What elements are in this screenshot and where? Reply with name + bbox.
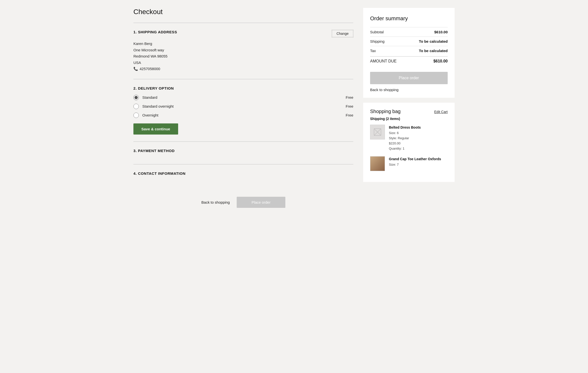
payment-section-title: 3. PAYMENT METHOD [133,149,353,153]
delivery-option-standard: Standard Free [133,95,353,100]
shipping-value: To be calculated [419,39,448,43]
tax-label: Tax [370,49,376,53]
edit-cart-link[interactable]: Edit Cart [434,110,448,114]
overnight-price: Free [346,113,353,117]
subtotal-label: Subtotal [370,30,384,34]
bag-items-label: Shipping (2 items) [370,117,448,121]
address-country: USA [133,59,353,66]
address-block: Karen Berg One Microsoft way Redmond WA … [133,40,353,72]
shopping-bag-header: Shopping bag Edit Cart [370,109,448,114]
delivery-option-standard-overnight: Standard overnight Free [133,104,353,109]
delivery-section-title: 2. DELIVERY OPTION [133,86,353,90]
page-title: Checkout [133,8,353,16]
bottom-actions: Back to shopping Place order [133,197,353,208]
overnight-label[interactable]: Overnight [142,113,342,117]
summary-row-amount-due: AMOUNT DUE $610.00 [370,56,448,66]
address-phone: 📞 4257058000 [133,66,353,72]
payment-method-section: 3. PAYMENT METHOD [133,141,353,164]
delivery-option-section: 2. DELIVERY OPTION Standard Free Standar… [133,79,353,141]
item2-name: Grand Cap Toe Leather Oxfords [389,156,441,162]
item1-image [370,125,385,139]
address-line1: One Microsoft way [133,47,353,53]
shopping-bag-title: Shopping bag [370,109,400,114]
order-summary-title: Order summary [370,15,448,22]
standard-radio[interactable] [133,95,139,100]
place-order-button-bottom[interactable]: Place order [237,197,285,208]
standard-label[interactable]: Standard [142,95,342,99]
item1-name: Belted Dress Boots [389,125,421,130]
delivery-option-overnight: Overnight Free [133,113,353,118]
standard-overnight-label[interactable]: Standard overnight [142,104,342,108]
shipping-address-section: 1. SHIPPING ADDRESS Change Karen Berg On… [133,23,353,79]
shopping-bag-card: Shopping bag Edit Cart Shipping (2 items… [363,103,455,182]
phone-icon: 📞 [133,66,138,72]
item2-details: Grand Cap Toe Leather Oxfords Size: 7 [389,156,441,167]
order-summary-card: Order summary Subtotal $610.00 Shipping … [363,8,455,98]
summary-row-tax: Tax To be calculated [370,46,448,55]
standard-price: Free [346,95,353,99]
item2-image [370,156,385,171]
item1-size: Size: 6 [389,131,421,136]
save-continue-button[interactable]: Save & continue [133,123,178,135]
address-line2: Redmond WA 98055 [133,53,353,59]
tax-value: To be calculated [419,49,448,53]
subtotal-value: $610.00 [434,30,448,34]
back-to-shopping-button-sidebar[interactable]: Back to shopping [370,88,399,92]
shipping-section-title: 1. SHIPPING ADDRESS [133,30,177,34]
item1-quantity: Quantity: 1 [389,146,421,151]
item1-style: Style: Regular [389,136,421,141]
address-name: Karen Berg [133,40,353,47]
item1-price: $220.00 [389,141,421,146]
item2-size: Size: 7 [389,162,441,167]
contact-section-title: 4. CONTACT INFORMATION [133,171,353,176]
list-item: Belted Dress Boots Size: 6 Style: Regula… [370,125,448,151]
summary-row-shipping: Shipping To be calculated [370,37,448,46]
back-to-shopping-button-bottom[interactable]: Back to shopping [201,200,230,204]
delivery-options-list: Standard Free Standard overnight Free Ov… [133,95,353,118]
change-address-button[interactable]: Change [332,30,353,37]
place-order-button[interactable]: Place order [370,72,448,84]
item1-details: Belted Dress Boots Size: 6 Style: Regula… [389,125,421,151]
standard-overnight-price: Free [346,104,353,108]
amount-due-label: AMOUNT DUE [370,59,397,63]
summary-row-subtotal: Subtotal $610.00 [370,27,448,37]
amount-due-value: $610.00 [433,59,448,63]
overnight-radio[interactable] [133,113,139,118]
list-item: Grand Cap Toe Leather Oxfords Size: 7 [370,156,448,171]
standard-overnight-radio[interactable] [133,104,139,109]
contact-information-section: 4. CONTACT INFORMATION [133,164,353,187]
sidebar: Order summary Subtotal $610.00 Shipping … [363,8,455,182]
shipping-label: Shipping [370,39,384,43]
